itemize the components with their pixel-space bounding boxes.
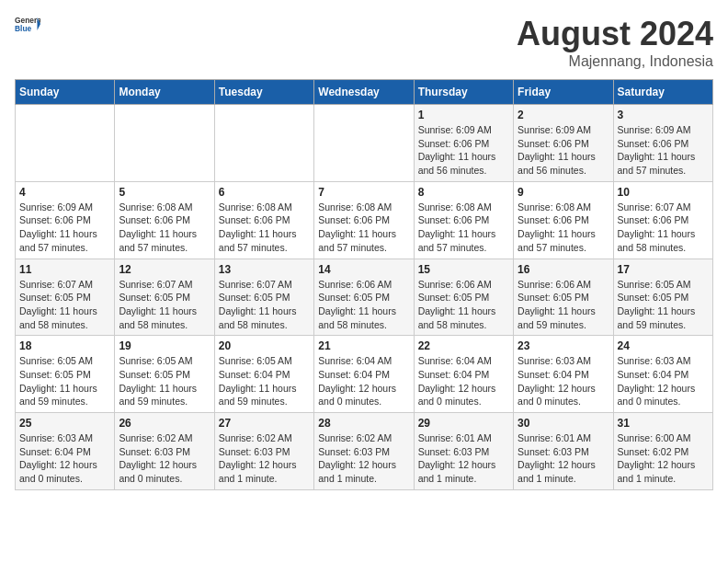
day-number: 26 [119, 417, 210, 430]
day-info: Sunrise: 6:07 AM Sunset: 6:05 PM Dayligh… [219, 278, 310, 332]
calendar-cell: 10Sunrise: 6:07 AM Sunset: 6:06 PM Dayli… [613, 181, 712, 259]
day-number: 12 [119, 263, 210, 276]
calendar-cell: 14Sunrise: 6:06 AM Sunset: 6:05 PM Dayli… [314, 259, 414, 336]
weekday-header-saturday: Saturday [613, 80, 712, 105]
day-info: Sunrise: 6:09 AM Sunset: 6:06 PM Dayligh… [418, 123, 509, 178]
day-number: 23 [518, 339, 609, 352]
day-number: 24 [618, 339, 709, 352]
day-number: 3 [618, 109, 709, 121]
calendar-cell [314, 105, 414, 182]
day-number: 5 [119, 186, 210, 199]
day-info: Sunrise: 6:09 AM Sunset: 6:06 PM Dayligh… [618, 123, 709, 178]
calendar-cell: 3Sunrise: 6:09 AM Sunset: 6:06 PM Daylig… [613, 105, 712, 182]
day-number: 7 [318, 186, 409, 199]
calendar-cell: 9Sunrise: 6:08 AM Sunset: 6:06 PM Daylig… [514, 181, 613, 259]
day-number: 9 [518, 186, 609, 199]
calendar-cell: 18Sunrise: 6:05 AM Sunset: 6:05 PM Dayli… [16, 336, 115, 413]
svg-text:Blue: Blue [15, 24, 31, 33]
day-number: 8 [418, 186, 509, 199]
day-info: Sunrise: 6:07 AM Sunset: 6:06 PM Dayligh… [618, 201, 709, 255]
day-info: Sunrise: 6:05 AM Sunset: 6:05 PM Dayligh… [119, 354, 210, 408]
day-number: 4 [19, 186, 110, 199]
calendar-week-5: 25Sunrise: 6:03 AM Sunset: 6:04 PM Dayli… [16, 413, 713, 490]
day-info: Sunrise: 6:06 AM Sunset: 6:05 PM Dayligh… [318, 278, 409, 332]
calendar-cell: 28Sunrise: 6:02 AM Sunset: 6:03 PM Dayli… [314, 413, 414, 490]
logo: General Blue [15, 15, 40, 33]
day-number: 29 [418, 417, 509, 430]
calendar-cell [115, 105, 214, 182]
day-info: Sunrise: 6:01 AM Sunset: 6:03 PM Dayligh… [418, 431, 509, 486]
weekday-header-row: SundayMondayTuesdayWednesdayThursdayFrid… [16, 80, 713, 105]
calendar-cell: 19Sunrise: 6:05 AM Sunset: 6:05 PM Dayli… [115, 336, 214, 413]
day-info: Sunrise: 6:09 AM Sunset: 6:06 PM Dayligh… [518, 123, 609, 178]
day-info: Sunrise: 6:02 AM Sunset: 6:03 PM Dayligh… [318, 431, 409, 486]
day-number: 28 [318, 417, 409, 430]
weekday-header-tuesday: Tuesday [214, 80, 313, 105]
calendar-cell: 1Sunrise: 6:09 AM Sunset: 6:06 PM Daylig… [414, 105, 513, 182]
day-info: Sunrise: 6:08 AM Sunset: 6:06 PM Dayligh… [119, 201, 210, 255]
calendar-cell: 21Sunrise: 6:04 AM Sunset: 6:04 PM Dayli… [314, 336, 414, 413]
calendar-cell: 5Sunrise: 6:08 AM Sunset: 6:06 PM Daylig… [115, 181, 214, 259]
calendar-cell: 31Sunrise: 6:00 AM Sunset: 6:02 PM Dayli… [613, 413, 712, 490]
calendar-cell: 29Sunrise: 6:01 AM Sunset: 6:03 PM Dayli… [414, 413, 513, 490]
calendar-cell: 16Sunrise: 6:06 AM Sunset: 6:05 PM Dayli… [514, 259, 613, 336]
day-number: 18 [19, 339, 110, 352]
weekday-header-thursday: Thursday [414, 80, 513, 105]
day-info: Sunrise: 6:07 AM Sunset: 6:05 PM Dayligh… [19, 278, 110, 332]
day-info: Sunrise: 6:02 AM Sunset: 6:03 PM Dayligh… [119, 431, 210, 486]
sub-title: Majennang, Indonesia [517, 53, 713, 70]
calendar-week-3: 11Sunrise: 6:07 AM Sunset: 6:05 PM Dayli… [16, 259, 713, 336]
day-number: 31 [618, 417, 709, 430]
day-info: Sunrise: 6:04 AM Sunset: 6:04 PM Dayligh… [418, 354, 509, 408]
day-info: Sunrise: 6:06 AM Sunset: 6:05 PM Dayligh… [518, 278, 609, 332]
calendar-cell: 2Sunrise: 6:09 AM Sunset: 6:06 PM Daylig… [514, 105, 613, 182]
day-number: 16 [518, 263, 609, 276]
day-info: Sunrise: 6:03 AM Sunset: 6:04 PM Dayligh… [618, 354, 709, 408]
day-number: 25 [19, 417, 110, 430]
day-number: 22 [418, 339, 509, 352]
calendar-cell: 23Sunrise: 6:03 AM Sunset: 6:04 PM Dayli… [514, 336, 613, 413]
page-header: General Blue August 2024 Majennang, Indo… [15, 15, 713, 70]
day-number: 1 [418, 109, 509, 121]
day-info: Sunrise: 6:03 AM Sunset: 6:04 PM Dayligh… [518, 354, 609, 408]
calendar-cell: 6Sunrise: 6:08 AM Sunset: 6:06 PM Daylig… [214, 181, 313, 259]
calendar-cell: 30Sunrise: 6:01 AM Sunset: 6:03 PM Dayli… [514, 413, 613, 490]
day-number: 27 [219, 417, 310, 430]
day-number: 30 [518, 417, 609, 430]
day-info: Sunrise: 6:02 AM Sunset: 6:03 PM Dayligh… [219, 431, 310, 486]
day-number: 15 [418, 263, 509, 276]
day-info: Sunrise: 6:03 AM Sunset: 6:04 PM Dayligh… [19, 431, 110, 486]
day-info: Sunrise: 6:00 AM Sunset: 6:02 PM Dayligh… [618, 431, 709, 486]
day-info: Sunrise: 6:07 AM Sunset: 6:05 PM Dayligh… [119, 278, 210, 332]
day-number: 6 [219, 186, 310, 199]
weekday-header-wednesday: Wednesday [314, 80, 414, 105]
calendar-week-1: 1Sunrise: 6:09 AM Sunset: 6:06 PM Daylig… [16, 105, 713, 182]
day-number: 20 [219, 339, 310, 352]
day-info: Sunrise: 6:08 AM Sunset: 6:06 PM Dayligh… [518, 201, 609, 255]
calendar-cell: 27Sunrise: 6:02 AM Sunset: 6:03 PM Dayli… [214, 413, 313, 490]
weekday-header-monday: Monday [115, 80, 214, 105]
day-info: Sunrise: 6:05 AM Sunset: 6:05 PM Dayligh… [618, 278, 709, 332]
day-number: 14 [318, 263, 409, 276]
day-info: Sunrise: 6:05 AM Sunset: 6:04 PM Dayligh… [219, 354, 310, 408]
title-area: August 2024 Majennang, Indonesia [517, 15, 713, 70]
calendar-cell: 24Sunrise: 6:03 AM Sunset: 6:04 PM Dayli… [613, 336, 712, 413]
day-number: 17 [618, 263, 709, 276]
calendar-cell [214, 105, 313, 182]
day-info: Sunrise: 6:08 AM Sunset: 6:06 PM Dayligh… [219, 201, 310, 255]
calendar-cell: 22Sunrise: 6:04 AM Sunset: 6:04 PM Dayli… [414, 336, 513, 413]
calendar-cell: 15Sunrise: 6:06 AM Sunset: 6:05 PM Dayli… [414, 259, 513, 336]
calendar-week-4: 18Sunrise: 6:05 AM Sunset: 6:05 PM Dayli… [16, 336, 713, 413]
calendar-cell: 4Sunrise: 6:09 AM Sunset: 6:06 PM Daylig… [16, 181, 115, 259]
main-title: August 2024 [517, 15, 713, 53]
day-info: Sunrise: 6:05 AM Sunset: 6:05 PM Dayligh… [19, 354, 110, 408]
day-info: Sunrise: 6:04 AM Sunset: 6:04 PM Dayligh… [318, 354, 409, 408]
calendar-cell: 11Sunrise: 6:07 AM Sunset: 6:05 PM Dayli… [16, 259, 115, 336]
calendar-table: SundayMondayTuesdayWednesdayThursdayFrid… [15, 79, 713, 490]
day-number: 21 [318, 339, 409, 352]
day-number: 13 [219, 263, 310, 276]
day-info: Sunrise: 6:06 AM Sunset: 6:05 PM Dayligh… [418, 278, 509, 332]
weekday-header-sunday: Sunday [16, 80, 115, 105]
calendar-week-2: 4Sunrise: 6:09 AM Sunset: 6:06 PM Daylig… [16, 181, 713, 259]
day-info: Sunrise: 6:08 AM Sunset: 6:06 PM Dayligh… [318, 201, 409, 255]
